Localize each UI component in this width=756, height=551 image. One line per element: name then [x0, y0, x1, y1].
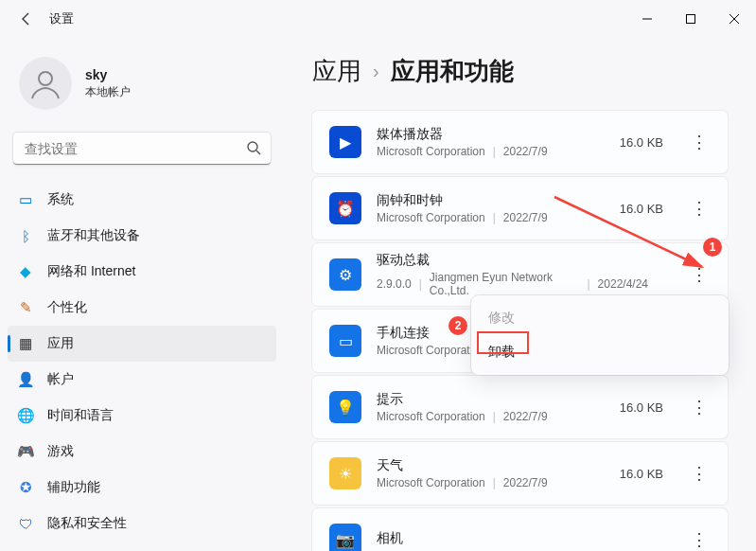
app-row[interactable]: ▶媒体播放器Microsoft Corporation | 2022/7/916… [312, 111, 728, 173]
app-icon: ▭ [329, 325, 361, 357]
app-icon: 📷 [329, 524, 361, 551]
app-name: 闹钟和时钟 [377, 192, 605, 209]
profile-block[interactable]: sky 本地帐户 [8, 38, 276, 133]
profile-sub: 本地帐户 [85, 84, 131, 100]
search-box [13, 133, 271, 165]
annotation-marker-1: 1 [703, 238, 722, 257]
sidebar-item-label: 辅助功能 [47, 479, 100, 496]
app-name: 媒体播放器 [377, 126, 605, 143]
avatar [19, 57, 72, 110]
app-meta: Microsoft Corporation | 2022/7/9 [377, 476, 605, 489]
sidebar-item-label: 时间和语言 [47, 407, 114, 424]
app-size: 16.0 KB [620, 400, 663, 415]
app-meta: Microsoft Corporation | 2022/7/9 [377, 145, 605, 158]
window-title: 设置 [49, 10, 74, 27]
sidebar-item-system[interactable]: ▭ 系统 [8, 182, 276, 218]
sidebar-item-apps[interactable]: ▦ 应用 [8, 326, 276, 362]
app-name: 提示 [377, 391, 605, 408]
close-button[interactable] [712, 0, 756, 38]
sidebar-item-bluetooth[interactable]: ᛒ 蓝牙和其他设备 [8, 218, 276, 254]
app-meta: Microsoft Corporation | 2022/7/9 [377, 211, 605, 224]
context-menu-modify: 修改 [477, 301, 723, 335]
app-meta: Microsoft Corporation | 2022/7/9 [377, 410, 605, 423]
annotation-highlight-box [477, 331, 529, 354]
svg-point-4 [39, 72, 52, 85]
apps-icon: ▦ [17, 335, 34, 352]
sidebar: sky 本地帐户 ▭ 系统 ᛒ 蓝牙和其他设备 ◆ 网络和 Internet ✎… [0, 38, 284, 551]
more-options-button[interactable]: ⋮ [688, 397, 711, 418]
window-controls [625, 0, 756, 38]
app-icon: ▶ [329, 126, 361, 158]
app-icon: ⚙ [329, 258, 361, 291]
system-icon: ▭ [17, 191, 34, 208]
sidebar-item-label: 帐户 [47, 371, 74, 388]
sidebar-item-label: 隐私和安全性 [47, 515, 127, 532]
app-name: 驱动总裁 [377, 252, 648, 269]
personalization-icon: ✎ [17, 299, 34, 316]
sidebar-item-label: 网络和 Internet [47, 263, 135, 280]
app-size: 16.0 KB [620, 135, 663, 150]
search-input[interactable] [13, 133, 271, 165]
accessibility-icon: ✪ [17, 479, 34, 496]
sidebar-item-time[interactable]: 🌐 时间和语言 [8, 398, 276, 434]
sidebar-item-accessibility[interactable]: ✪ 辅助功能 [8, 470, 276, 506]
sidebar-item-label: 蓝牙和其他设备 [47, 227, 140, 244]
sidebar-item-label: 个性化 [47, 299, 87, 316]
maximize-button[interactable] [669, 0, 712, 38]
sidebar-item-label: 游戏 [47, 443, 74, 460]
profile-name: sky [85, 67, 131, 82]
sidebar-item-accounts[interactable]: 👤 帐户 [8, 362, 276, 398]
privacy-icon: 🛡 [17, 515, 34, 532]
breadcrumb-root[interactable]: 应用 [312, 55, 361, 88]
main-content: 应用 › 应用和功能 ▶媒体播放器Microsoft Corporation |… [284, 38, 756, 551]
svg-rect-1 [687, 15, 695, 24]
sidebar-item-privacy[interactable]: 🛡 隐私和安全性 [8, 506, 276, 542]
more-options-button[interactable]: ⋮ [688, 132, 711, 152]
chevron-right-icon: › [373, 61, 379, 82]
app-size: 16.0 KB [620, 202, 663, 216]
app-row[interactable]: 📷相机⋮ [312, 508, 728, 551]
app-row[interactable]: 💡提示Microsoft Corporation | 2022/7/916.0 … [312, 376, 728, 438]
sidebar-item-personalization[interactable]: ✎ 个性化 [8, 290, 276, 326]
app-name: 天气 [377, 457, 605, 474]
app-meta: 2.9.0.0 | Jiangmen Eyun Network Co.,Ltd.… [377, 271, 648, 297]
breadcrumb: 应用 › 应用和功能 [312, 55, 728, 88]
sidebar-item-label: 系统 [47, 191, 74, 208]
time-icon: 🌐 [17, 407, 34, 424]
app-icon: ⏰ [329, 192, 361, 224]
app-name: 相机 [377, 530, 648, 547]
app-icon: 💡 [329, 391, 361, 423]
app-icon: ☀ [329, 457, 361, 489]
svg-line-6 [256, 151, 260, 154]
sidebar-item-label: 应用 [47, 335, 74, 352]
svg-point-5 [248, 142, 257, 151]
annotation-marker-2: 2 [448, 316, 467, 335]
bluetooth-icon: ᛒ [17, 227, 34, 244]
more-options-button[interactable]: ⋮ [688, 264, 711, 285]
more-options-button[interactable]: ⋮ [688, 463, 711, 484]
breadcrumb-current: 应用和功能 [391, 55, 514, 88]
sidebar-item-gaming[interactable]: 🎮 游戏 [8, 434, 276, 470]
network-icon: ◆ [17, 263, 34, 280]
app-size: 16.0 KB [620, 467, 663, 481]
app-row[interactable]: ⏰闹钟和时钟Microsoft Corporation | 2022/7/916… [312, 177, 728, 240]
sidebar-item-network[interactable]: ◆ 网络和 Internet [8, 254, 276, 290]
back-button[interactable] [15, 8, 38, 30]
titlebar: 设置 [0, 0, 756, 38]
more-options-button[interactable]: ⋮ [688, 529, 711, 550]
more-options-button[interactable]: ⋮ [688, 198, 711, 219]
gaming-icon: 🎮 [17, 443, 34, 460]
accounts-icon: 👤 [17, 371, 34, 388]
minimize-button[interactable] [625, 0, 669, 38]
app-row[interactable]: ☀天气Microsoft Corporation | 2022/7/916.0 … [312, 442, 728, 505]
search-icon[interactable] [246, 140, 261, 158]
